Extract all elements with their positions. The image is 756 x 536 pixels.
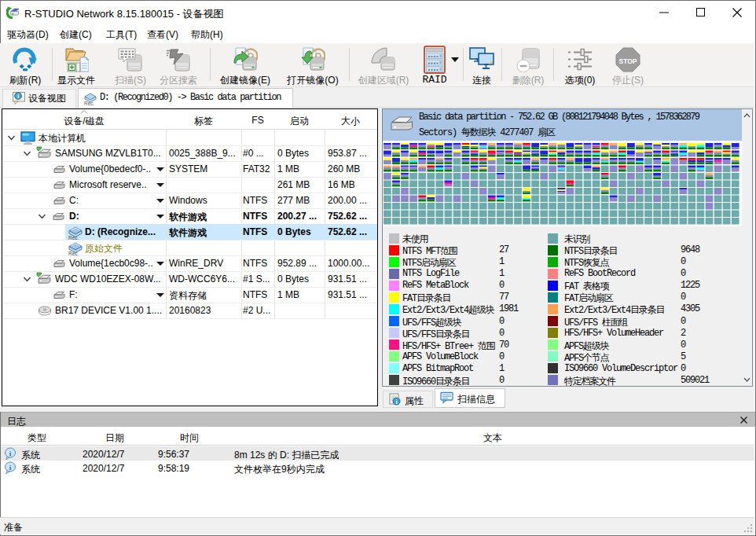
svg-text:Rec.: Rec. [68,251,79,255]
svg-text:Rec.: Rec. [68,235,79,240]
svg-text:Rec.: Rec. [84,101,95,106]
svg-text:STOP: STOP [619,57,637,65]
